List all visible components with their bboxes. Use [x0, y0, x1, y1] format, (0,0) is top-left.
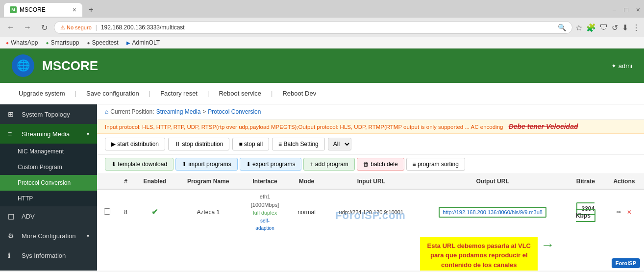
- reboot-service-button[interactable]: Reboot service: [212, 87, 268, 100]
- program-sorting-button[interactable]: ≡ program sorting: [406, 158, 465, 171]
- sidebar-label-http: HTTP: [18, 195, 33, 202]
- security-warning: ⚠ No seguro: [60, 25, 92, 31]
- star-icon[interactable]: ☆: [575, 23, 582, 32]
- adminolt-icon: ▶: [126, 40, 130, 46]
- row1-edit-button[interactable]: ✏: [615, 208, 623, 217]
- sidebar-item-nic-management[interactable]: NIC Management: [0, 144, 97, 159]
- col-output-url: Output URL: [418, 174, 567, 189]
- config-expand-icon: ▾: [87, 233, 89, 239]
- start-distribution-button[interactable]: ▶ start distribution: [105, 138, 165, 150]
- breadcrumb-link-protocol[interactable]: Protocol Conversion: [208, 108, 261, 115]
- menu-icon[interactable]: ⋮: [632, 23, 640, 32]
- table-container: ForoISP.com # Enabled Program Name Inter…: [97, 174, 644, 271]
- reboot-dev-button[interactable]: Reboot Dev: [275, 87, 323, 100]
- search-icon: 🔍: [558, 24, 566, 31]
- import-programs-button[interactable]: ⬆ import programs: [175, 158, 238, 171]
- batch-delete-button[interactable]: 🗑 batch dele: [357, 158, 404, 171]
- row1-checkbox[interactable]: [104, 208, 110, 215]
- col-num: #: [118, 174, 134, 189]
- sidebar-label-custom: Custom Program: [18, 164, 62, 171]
- info-bar-suffix2: AC encoding: [471, 124, 503, 130]
- info-bar-suffix: ...: [465, 124, 471, 130]
- config-icon: ⚙: [8, 232, 17, 240]
- streaming-expand-icon: ▾: [87, 131, 89, 137]
- shield-icon[interactable]: 🛡: [600, 23, 608, 32]
- sidebar-label-protocol: Protocol Conversion: [18, 179, 71, 186]
- bookmark-whatsapp[interactable]: ● WhatsApp: [6, 39, 38, 46]
- export-programs-button[interactable]: ⬇ export programs: [240, 158, 302, 171]
- stop-all-button[interactable]: ■ stop all: [232, 138, 269, 150]
- toolbar: ▶ start distribution ⏸ stop distribution…: [97, 134, 644, 155]
- address-bar[interactable]: ⚠ No seguro | 192.168.200.136:3333/multi…: [54, 21, 572, 34]
- tab-close-button[interactable]: ×: [73, 6, 76, 14]
- bookmark-speedtest[interactable]: ● Speedtest: [87, 39, 118, 46]
- url-annotation-text: Esta URL debemos pasarla al VLC para que…: [420, 237, 538, 271]
- url-text[interactable]: 192.168.200.136:3333/multicast: [101, 24, 554, 31]
- bookmark-adminolt-label: AdminOLT: [132, 39, 160, 46]
- row1-output-url[interactable]: http://192.168.200.136:8060/hls/9/9.m3u8: [439, 207, 546, 218]
- new-tab-button[interactable]: +: [85, 4, 97, 16]
- sidebar-item-http[interactable]: HTTP: [0, 191, 97, 206]
- save-configuration-button[interactable]: Save configuration: [79, 87, 146, 100]
- window-close-button[interactable]: ×: [636, 6, 640, 14]
- breadcrumb: ⌂ Current Position: Streaming Media > Pr…: [97, 104, 644, 120]
- forward-button[interactable]: →: [21, 21, 34, 34]
- template-download-button[interactable]: ⬇ template download: [105, 158, 173, 171]
- annotation-row: Esta URL debemos pasarla al VLC para que…: [97, 235, 644, 271]
- sidebar-label-sys-info: Sys Information: [22, 252, 66, 259]
- url-separator: |: [96, 24, 97, 31]
- sidebar-item-adv[interactable]: ◫ ADV: [0, 206, 97, 226]
- col-enabled: Enabled: [134, 174, 175, 189]
- sidebar-item-streaming-media[interactable]: ≡ Streaming Media ▾: [0, 124, 97, 144]
- download-icon[interactable]: ⬇: [622, 23, 628, 32]
- col-mode: Mode: [289, 174, 324, 189]
- extensions-icon[interactable]: 🧩: [586, 23, 596, 32]
- forolsp-badge: ForoISP: [612, 258, 640, 268]
- window-minimize-button[interactable]: −: [612, 6, 616, 14]
- sidebar-label-nic: NIC Management: [18, 148, 64, 155]
- sidebar-item-custom-program[interactable]: Custom Program: [0, 159, 97, 175]
- back-button[interactable]: ←: [4, 21, 18, 34]
- upgrade-system-button[interactable]: Upgrade system: [12, 87, 72, 100]
- sidebar-item-system-topology[interactable]: ⊞ System Topology: [0, 104, 97, 124]
- refresh-button[interactable]: ↻: [37, 21, 51, 34]
- browser-chrome: M MSCORE × + − □ × ← → ↻ ⚠ No seguro | 1…: [0, 0, 644, 49]
- smartsupp-icon: ●: [46, 40, 49, 46]
- sidebar-item-protocol-conversion[interactable]: Protocol Conversion: [0, 175, 97, 191]
- nav-sep-2: |: [149, 90, 150, 97]
- info-icon: ℹ: [8, 251, 17, 259]
- browser-tab-active[interactable]: M MSCORE ×: [4, 3, 82, 17]
- refresh-action-icon[interactable]: ↺: [612, 23, 618, 32]
- whatsapp-icon: ●: [6, 40, 9, 46]
- adv-icon: ◫: [8, 212, 17, 220]
- col-program-name: Program Name: [175, 174, 241, 189]
- action-bar: ⬇ template download ⬆ import programs ⬇ …: [97, 155, 644, 174]
- row1-delete-button[interactable]: ✕: [625, 208, 634, 217]
- row1-num: 8: [118, 189, 134, 235]
- row1-interface: eth1 [1000Mbps] full duplex self- adapti…: [246, 193, 284, 232]
- col-bitrate: Bitrate: [567, 174, 604, 189]
- globe-icon: 🌐: [12, 54, 34, 77]
- window-maximize-button[interactable]: □: [624, 6, 628, 14]
- batch-setting-button[interactable]: ≡ Batch Setting: [272, 138, 325, 150]
- sidebar: ⊞ System Topology ≡ Streaming Media ▾ NI…: [0, 104, 97, 271]
- factory-reset-button[interactable]: Factory reset: [153, 87, 204, 100]
- info-bar: Input protocol: HLS, HTTP, RTP, UDP, RTS…: [97, 120, 644, 134]
- annotation-area: Esta URL debemos pasarla al VLC para que…: [420, 237, 642, 271]
- bookmark-adminolt[interactable]: ▶ AdminOLT: [126, 39, 160, 46]
- browser-controls: ← → ↻ ⚠ No seguro | 192.168.200.136:3333…: [0, 18, 644, 37]
- breadcrumb-link-streaming[interactable]: Streaming Media: [156, 108, 201, 115]
- breadcrumb-current: Current Position:: [110, 108, 154, 115]
- warning-icon: ⚠: [60, 25, 65, 31]
- row1-output-area: http://192.168.200.136:8060/hls/9/9.m3u8: [423, 207, 562, 218]
- table-wrap: # Enabled Program Name Interface Mode In…: [97, 174, 644, 271]
- sidebar-item-sys-information[interactable]: ℹ Sys Information: [0, 246, 97, 265]
- col-interface: Interface: [241, 174, 289, 189]
- table-row: 8 ✔ Azteca 1 eth1 [1000Mbps] full duplex…: [97, 189, 644, 235]
- add-program-button[interactable]: + add program: [303, 158, 354, 171]
- bookmark-speedtest-label: Speedtest: [92, 39, 119, 46]
- stop-distribution-button[interactable]: ⏸ stop distribution: [168, 138, 229, 150]
- batch-setting-select[interactable]: All: [328, 138, 351, 150]
- sidebar-item-more-config[interactable]: ⚙ More Configuration ▾: [0, 226, 97, 246]
- bookmark-smartsupp[interactable]: ● Smartsupp: [46, 39, 79, 46]
